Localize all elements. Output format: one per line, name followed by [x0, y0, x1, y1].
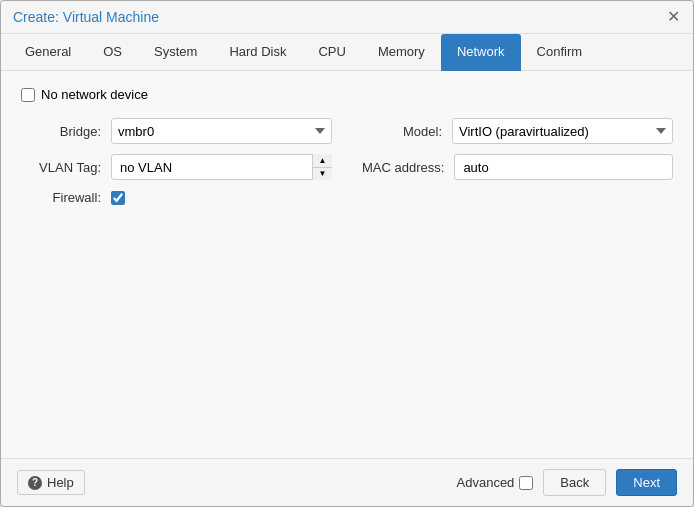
advanced-wrap: Advanced	[457, 475, 534, 490]
tab-general[interactable]: General	[9, 34, 87, 71]
right-column: Model: VirtIO (paravirtualized) MAC addr…	[362, 118, 673, 205]
footer-left: ? Help	[17, 470, 85, 495]
firewall-checkbox-wrap	[111, 191, 125, 205]
vlan-down-button[interactable]: ▼	[312, 168, 332, 181]
vlan-spinner: ▲ ▼	[111, 154, 332, 180]
no-device-row: No network device	[21, 87, 673, 102]
tab-system[interactable]: System	[138, 34, 213, 71]
vlan-up-button[interactable]: ▲	[312, 154, 332, 168]
left-column: Bridge: vmbr0 VLAN Tag: ▲ ▼	[21, 118, 332, 205]
tab-network[interactable]: Network	[441, 34, 521, 71]
help-button[interactable]: ? Help	[17, 470, 85, 495]
tab-content: No network device Bridge: vmbr0 VLAN Tag…	[1, 71, 693, 458]
back-button[interactable]: Back	[543, 469, 606, 496]
tab-os[interactable]: OS	[87, 34, 138, 71]
vlan-input[interactable]	[111, 154, 332, 180]
bridge-row: Bridge: vmbr0	[21, 118, 332, 144]
tab-confirm[interactable]: Confirm	[521, 34, 599, 71]
tab-hard-disk[interactable]: Hard Disk	[213, 34, 302, 71]
vlan-row: VLAN Tag: ▲ ▼	[21, 154, 332, 180]
title-bar: Create: Virtual Machine ✕	[1, 1, 693, 34]
help-label: Help	[47, 475, 74, 490]
vlan-spinner-buttons: ▲ ▼	[312, 154, 332, 180]
tab-memory[interactable]: Memory	[362, 34, 441, 71]
help-icon: ?	[28, 476, 42, 490]
close-button[interactable]: ✕	[665, 9, 681, 25]
advanced-label: Advanced	[457, 475, 515, 490]
firewall-label: Firewall:	[21, 190, 101, 205]
tab-cpu[interactable]: CPU	[302, 34, 361, 71]
mac-row: MAC address:	[362, 154, 673, 180]
dialog-title: Create: Virtual Machine	[13, 9, 159, 25]
next-button[interactable]: Next	[616, 469, 677, 496]
footer-right: Advanced Back Next	[457, 469, 677, 496]
firewall-checkbox[interactable]	[111, 191, 125, 205]
network-form: Bridge: vmbr0 VLAN Tag: ▲ ▼	[21, 118, 673, 205]
mac-label: MAC address:	[362, 160, 444, 175]
firewall-row: Firewall:	[21, 190, 332, 205]
no-network-device-label[interactable]: No network device	[41, 87, 148, 102]
dialog-footer: ? Help Advanced Back Next	[1, 458, 693, 506]
tabs-bar: General OS System Hard Disk CPU Memory N…	[1, 34, 693, 71]
model-row: Model: VirtIO (paravirtualized)	[362, 118, 673, 144]
model-label: Model:	[362, 124, 442, 139]
advanced-checkbox[interactable]	[519, 476, 533, 490]
no-network-device-checkbox[interactable]	[21, 88, 35, 102]
bridge-label: Bridge:	[21, 124, 101, 139]
mac-input[interactable]	[454, 154, 673, 180]
model-select[interactable]: VirtIO (paravirtualized)	[452, 118, 673, 144]
create-vm-dialog: Create: Virtual Machine ✕ General OS Sys…	[0, 0, 694, 507]
vlan-label: VLAN Tag:	[21, 160, 101, 175]
bridge-select[interactable]: vmbr0	[111, 118, 332, 144]
